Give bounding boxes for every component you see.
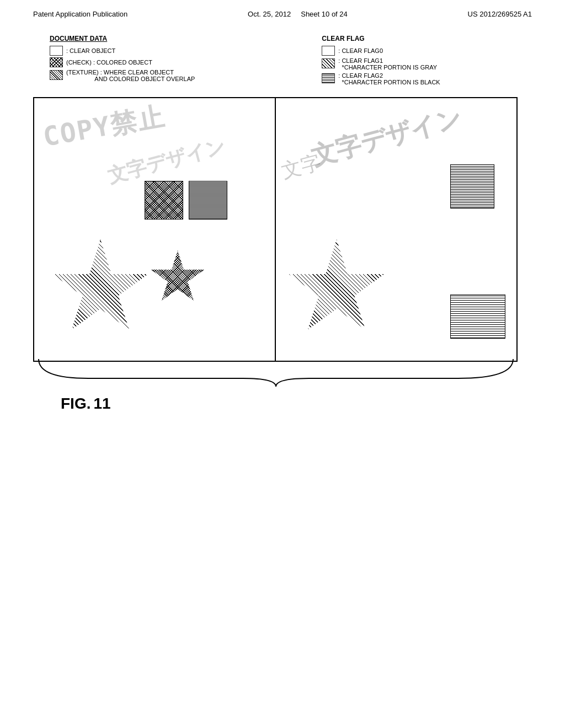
panel-left: COPY禁止 文字デザイン	[33, 97, 276, 362]
watermark-copy-left: COPY禁止	[40, 99, 168, 155]
legend-document-data: DOCUMENT DATA : CLEAR OBJECT (CHECK) : C…	[50, 35, 195, 87]
legend-section: DOCUMENT DATA : CLEAR OBJECT (CHECK) : C…	[33, 35, 532, 87]
star-large-right	[287, 239, 386, 339]
swatch-flag1	[322, 58, 335, 68]
watermark-kanji-right: 文字デザイン	[307, 101, 466, 174]
legend-item-clear-object: : CLEAR OBJECT	[50, 46, 195, 56]
legend-label-texture: (TEXTURE) : WHERE CLEAR OBJECT AND COLOR…	[66, 69, 195, 82]
fig-label-area: FIG. 11	[33, 395, 532, 413]
square-dense-left	[189, 181, 227, 220]
square-crosshatch-left	[145, 181, 183, 220]
swatch-flag0	[322, 46, 335, 56]
header-publication: Patent Application Publication	[33, 10, 127, 18]
square-lines-right	[450, 164, 494, 208]
legend-clear-flag: CLEAR FLAG : CLEAR FLAG0 : CLEAR FLAG1 *…	[322, 35, 440, 87]
panel-right: 文字デザイン 文字	[275, 97, 518, 362]
square-lines-bottom-right	[450, 295, 505, 339]
legend-right-title: CLEAR FLAG	[322, 35, 440, 42]
header-patent-number: US 2012/269525 A1	[468, 10, 532, 18]
legend-label-flag2: : CLEAR FLAG2 *CHARACTER PORTION IS BLAC…	[338, 72, 440, 85]
legend-item-flag2: : CLEAR FLAG2 *CHARACTER PORTION IS BLAC…	[322, 72, 440, 85]
panels-wrapper: COPY禁止 文字デザイン 文字デザイン 文字	[33, 97, 532, 362]
main-content: DOCUMENT DATA : CLEAR OBJECT (CHECK) : C…	[0, 24, 565, 424]
swatch-clear-object	[50, 46, 63, 56]
legend-item-colored-object: (CHECK) : COLORED OBJECT	[50, 57, 195, 67]
swatch-texture	[50, 70, 63, 80]
legend-item-texture: (TEXTURE) : WHERE CLEAR OBJECT AND COLOR…	[50, 69, 195, 82]
legend-item-flag0: : CLEAR FLAG0	[322, 46, 440, 56]
legend-left-title: DOCUMENT DATA	[50, 35, 195, 42]
star-medium-left	[150, 250, 205, 306]
legend-label-flag1: : CLEAR FLAG1 *CHARACTER PORTION IS GRAY	[338, 57, 437, 71]
brace-svg	[33, 356, 519, 389]
header-sheet: Sheet 10 of 24	[301, 10, 348, 18]
swatch-colored-object	[50, 57, 63, 67]
legend-label-colored-object: (CHECK) : COLORED OBJECT	[66, 59, 152, 66]
page-header: Patent Application Publication Oct. 25, …	[0, 0, 565, 24]
star-large-left	[51, 239, 150, 339]
header-date: Oct. 25, 2012	[248, 10, 291, 18]
watermark-kanji-right2: 文字	[279, 149, 324, 185]
legend-label-clear-object: : CLEAR OBJECT	[66, 47, 115, 54]
legend-item-flag1: : CLEAR FLAG1 *CHARACTER PORTION IS GRAY	[322, 57, 440, 71]
fig-label: FIG.	[61, 395, 90, 413]
swatch-flag2	[322, 73, 335, 83]
header-date-sheet: Oct. 25, 2012 Sheet 10 of 24	[248, 10, 348, 18]
legend-label-flag0: : CLEAR FLAG0	[338, 47, 383, 54]
fig-number: 11	[93, 395, 110, 413]
